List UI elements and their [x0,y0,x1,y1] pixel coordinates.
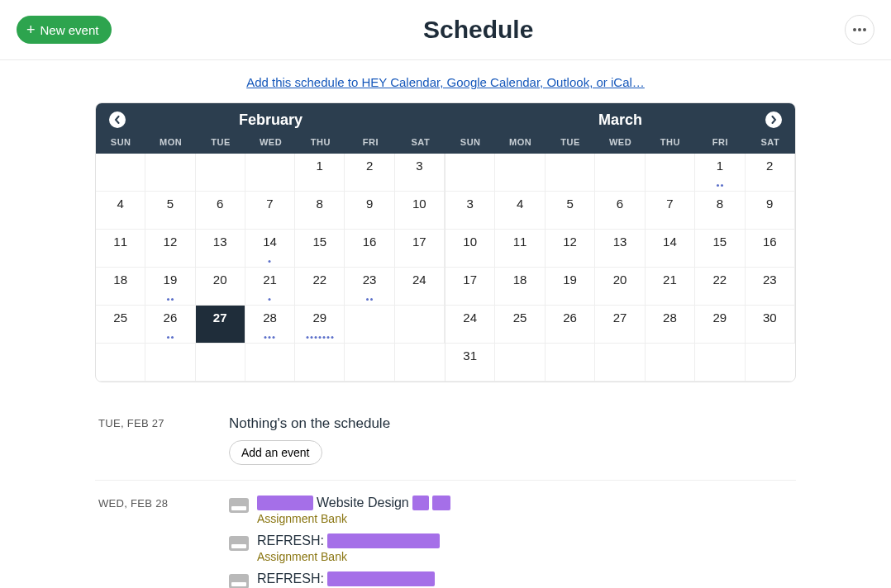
day-cell[interactable]: 24 [395,268,445,306]
day-cell-empty [595,344,645,382]
redacted-text [432,496,450,510]
day-cell[interactable]: 23 [345,268,394,306]
day-cell[interactable]: 26 [145,306,195,344]
day-cell[interactable]: 29 [695,306,745,344]
day-cell[interactable]: 4 [495,192,545,230]
day-cell[interactable]: 18 [96,268,145,306]
day-cell[interactable]: 8 [695,192,745,230]
day-cell[interactable]: 21 [245,268,295,306]
day-cell-empty [345,344,394,382]
day-cell[interactable]: 5 [546,192,595,230]
day-cell[interactable]: 1 [295,154,345,192]
day-cell[interactable]: 20 [595,268,645,306]
day-cell[interactable]: 15 [695,230,745,268]
dow-label: FRI [695,132,745,154]
day-cell[interactable]: 8 [295,192,345,230]
event-dots [366,298,373,301]
day-cell[interactable]: 6 [595,192,645,230]
day-cell[interactable]: 26 [546,306,595,344]
day-cell[interactable]: 16 [746,230,795,268]
dots-icon [853,28,856,31]
day-cell-empty [546,344,595,382]
dow-label: MON [495,132,545,154]
dow-label: MON [145,132,195,154]
day-cell[interactable]: 14 [245,230,295,268]
dow-row-right: SUNMONTUEWEDTHUFRISAT [446,132,795,154]
day-cell[interactable]: 14 [646,230,695,268]
day-cell[interactable]: 13 [595,230,645,268]
day-cell-empty [646,154,695,192]
day-cell[interactable]: 16 [345,230,394,268]
day-cell-empty [345,306,394,344]
agenda-date: WED, FEB 28 [98,496,229,588]
day-cell[interactable]: 7 [646,192,695,230]
new-event-button[interactable]: + New event [17,16,112,44]
day-cell[interactable]: 1 [695,154,745,192]
day-cell[interactable]: 29 [295,306,345,344]
card-icon [229,498,249,513]
day-cell[interactable]: 11 [96,230,145,268]
day-cell-empty [646,344,695,382]
add-event-button[interactable]: Add an event [229,440,322,465]
dow-label: THU [296,132,345,154]
event-dots [167,336,174,339]
day-cell[interactable]: 27 [196,306,245,344]
subscribe-link[interactable]: Add this schedule to HEY Calendar, Googl… [0,75,891,89]
day-cell[interactable]: 24 [446,306,495,344]
day-cell[interactable]: 11 [495,230,545,268]
day-cell[interactable]: 17 [395,230,445,268]
day-cell[interactable]: 13 [196,230,245,268]
day-cell[interactable]: 28 [646,306,695,344]
more-menu-button[interactable] [845,15,874,45]
event-item[interactable]: REFRESH: Assignment Bank [229,571,796,588]
day-cell[interactable]: 9 [746,192,795,230]
day-cell[interactable]: 2 [746,154,795,192]
day-cell[interactable]: 25 [96,306,145,344]
day-cell[interactable]: 10 [395,192,445,230]
month-name-right: March [446,111,795,132]
day-cell[interactable]: 12 [145,230,195,268]
day-cell[interactable]: 21 [646,268,695,306]
day-cell[interactable]: 7 [245,192,295,230]
day-cell-empty [295,344,345,382]
event-dots [167,298,174,301]
day-cell[interactable]: 27 [595,306,645,344]
day-cell[interactable]: 22 [295,268,345,306]
dow-label: SUN [96,132,145,154]
day-cell[interactable]: 20 [196,268,245,306]
day-cell-empty [196,344,245,382]
day-cell[interactable]: 30 [746,306,795,344]
day-cell[interactable]: 17 [446,268,495,306]
chevron-left-icon [113,116,122,124]
day-cell[interactable]: 15 [295,230,345,268]
next-month-button[interactable] [765,111,782,128]
prev-month-button[interactable] [109,111,126,128]
event-item[interactable]: Website DesignAssignment Bank [229,496,796,525]
day-cell[interactable]: 31 [446,344,495,382]
day-cell[interactable]: 18 [495,268,545,306]
day-cell[interactable]: 28 [245,306,295,344]
day-cell[interactable]: 12 [546,230,595,268]
day-cell[interactable]: 9 [345,192,394,230]
day-cell[interactable]: 23 [746,268,795,306]
day-cell[interactable]: 22 [695,268,745,306]
day-cell[interactable]: 10 [446,230,495,268]
day-cell[interactable]: 19 [546,268,595,306]
event-item[interactable]: REFRESH: Assignment Bank [229,533,796,563]
chevron-right-icon [770,116,778,124]
day-cell-empty [495,154,545,192]
calendar: February SUNMONTUEWEDTHUFRISAT March SUN… [95,102,796,382]
day-cell[interactable]: 3 [446,192,495,230]
dow-label: TUE [546,132,595,154]
day-cell[interactable]: 4 [96,192,145,230]
day-cell[interactable]: 6 [196,192,245,230]
day-cell-empty [395,344,445,382]
day-cell[interactable]: 19 [145,268,195,306]
day-cell[interactable]: 2 [345,154,394,192]
month-name-left: February [96,111,446,132]
day-cell[interactable]: 25 [495,306,545,344]
dow-label: TUE [196,132,245,154]
day-cell[interactable]: 3 [395,154,445,192]
day-cell[interactable]: 5 [145,192,195,230]
month-grid-left: 1234567891011121314151617181920212223242… [96,154,446,382]
